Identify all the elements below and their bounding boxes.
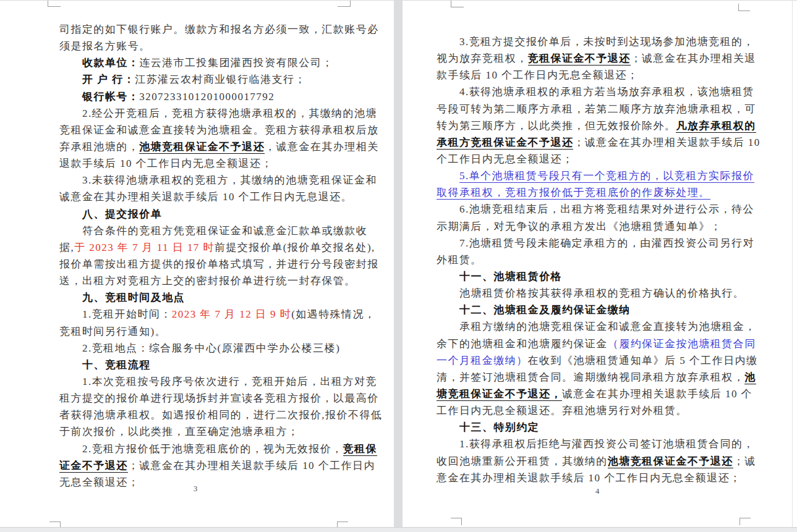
text-run: 个工作日内无息全额退还；: [437, 153, 573, 165]
text-run: 池: [744, 371, 756, 384]
text-run: 开 户 行：: [82, 74, 135, 85]
text-line: 须是报名方账号。: [59, 38, 379, 54]
text-line: 款手续后 10 个工作日内无息全额退还；: [437, 67, 751, 83]
text-run: 在收到《池塘租赁通知单》后 5 个工作日内缴: [528, 355, 758, 366]
text-run: 3.未获得池塘承租权的竞租方，其缴纳的池塘竞租保证金和: [82, 174, 377, 186]
text-run: 取得承租权，竞租方报价低于竞租底价的作废标处理。: [437, 187, 710, 200]
text-line: 十二、池塘租金及履约保证金缴纳: [437, 302, 751, 318]
text-run: 于 2023 年 7 月 11 日 17 时: [74, 242, 215, 253]
text-line: 7.池塘租赁号段未能确定承租方的，由灌西投资公司另行对: [437, 235, 751, 251]
text-run: 2.竞租地点：综合服务中心(原灌西中学办公楼三楼): [82, 342, 340, 354]
text-line: 示期满后，对无争议的承租方发出《池塘租赁通知单》；: [437, 218, 751, 235]
text-run: 承租方竞租保证金不予退还: [437, 137, 573, 150]
text-line: 租方提交的报价单进行现场拆封并宣读各竞租方报价，以最高价: [59, 390, 379, 407]
text-run: 无息全额退还；: [59, 476, 139, 488]
text-run: 2023 年 7 月 12 日 9 时: [172, 308, 291, 320]
text-run: 示期满后，对无争议的承租方发出《池塘租赁通知单》；: [437, 221, 722, 232]
text-line: 余下的池塘租金和池塘履约保证金（履约保证金按池塘租赁合同: [437, 336, 751, 352]
text-line: 1.竞租开始时间：2023 年 7 月 12 日 9 时(如遇特殊情况，: [59, 306, 379, 323]
text-line: 2.竞租方报价低于池塘竞租底价的，视为无效报价，竞租保: [59, 441, 379, 457]
text-line: 承租方缴纳的池塘竞租保证金和诚意金直接转为池塘租金，: [437, 318, 751, 335]
text-run: 十一、池塘租赁价格: [459, 271, 562, 282]
text-line: 弃承租池塘的，池塘竞租保证金不予退还，诚意金在其办理相关: [59, 138, 379, 155]
text-run: ；诚意金在其办理相关退: [631, 53, 756, 64]
text-run: 租方提交的报价单进行现场拆封并宣读各竞租方报价，以最高价: [59, 392, 379, 404]
text-line: 十三、特别约定: [437, 419, 751, 436]
text-run: 据,: [59, 242, 74, 253]
page-4[interactable]: 3.竞租方提交报价单后，未按时到达现场参加池塘竞租的，视为放弃竞租权，竞租保证金…: [403, 1, 797, 527]
text-run: ，诚意金在其办理相关: [265, 141, 379, 153]
text-line: 报价单需按出租方提供的报价单格式填写，并进行分号段密封报: [59, 256, 379, 272]
text-line: 2.竞租地点：综合服务中心(原灌西中学办公楼三楼): [59, 340, 379, 357]
text-run: 承租方缴纳的池塘竞租保证金和诚意金直接转为池塘租金，: [459, 321, 756, 332]
text-line: 外租赁。: [437, 251, 751, 268]
text-line: 视为放弃竞租权，竞租保证金不予退还；诚意金在其办理相关退: [437, 50, 751, 67]
text-run: 3207233101201000017792: [139, 91, 275, 103]
text-run: 诚意金在其办理相关退款手续后 10 个工作日内无息退还。: [59, 191, 352, 203]
crop-mark: [739, 518, 751, 525]
text-run: 送，出租方对竞租方上交的密封报价单进行统一封存保管。: [59, 275, 356, 287]
text-run: 清，并签订池塘租赁合同。逾期缴纳视同承租方放弃承租权，: [437, 371, 744, 383]
text-run: 6.池塘竞租结束后，出租方将竞租结果对外进行公示，待公: [459, 203, 754, 215]
text-line: 转为第三顺序方，以此类推，但无效报价除外。凡放弃承租权的: [437, 117, 751, 134]
text-run: 2.经公开竞租后，竞租方获得池塘承租权的，其缴纳的池塘: [82, 108, 377, 119]
text-line: 者获得池塘承租权。如遇报价相同的，进行二次报价,报价不得低: [59, 407, 379, 423]
text-line: 池塘租赁价格按其获得承租权的竞租方确认的价格执行。: [437, 285, 751, 302]
text-run: 池塘租赁价格按其获得承租权的竞租方确认的价格执行。: [459, 287, 744, 299]
text-line: 5.单个池塘租赁号段只有一个竞租方的，以竞租方实际报价: [437, 167, 751, 184]
text-line: 竞租保证金和诚意金直接转为池塘租金。竞租方获得承租权后放: [59, 122, 379, 138]
text-run: 八、提交报价单: [82, 208, 162, 220]
text-run: 收回池塘重新公开租赁，其缴纳的: [437, 455, 608, 467]
text-run: 十二、池塘租金及履约保证金缴纳: [459, 304, 631, 316]
text-run: 1.竞租开始时间：: [82, 308, 172, 320]
text-run: ；诚意金在其办理相关退款手续后 10: [573, 137, 760, 148]
text-line: 承租方竞租保证金不予退还；诚意金在其办理相关退款手续后 10: [437, 134, 751, 151]
text-line: 4.获得池塘承租权的承租方若当场放弃承租权，该池塘租赁: [437, 83, 751, 100]
text-line: 清，并签订池塘租赁合同。逾期缴纳视同承租方放弃承租权，池: [437, 369, 751, 386]
text-run: ；诚: [733, 455, 756, 467]
text-line: 无息全额退还；: [59, 474, 379, 491]
page-3[interactable]: 司指定的如下银行账户。缴款方和报名方必须一致，汇款账号必须是报名方账号。收款单位…: [0, 1, 394, 527]
text-line: 退款手续后 10 个工作日内无息全额退还；: [59, 155, 379, 172]
text-run: 须是报名方账号。: [59, 40, 151, 52]
crop-mark: [48, 1, 61, 7]
crop-mark: [738, 4, 750, 11]
text-run: 竞租保证金和诚意金直接转为池塘租金。竞租方获得承租权后放: [59, 124, 379, 136]
text-run: 江苏灌云农村商业银行临港支行；: [135, 74, 306, 85]
text-run: 于前次报价，以此类推，直至确定池塘承租方；: [59, 426, 299, 437]
text-run: 一个月租金缴纳）: [437, 355, 528, 366]
crop-mark: [451, 1, 464, 7]
text-run: 1.本次竞租按号段序号依次进行，竞租开始后，出租方对竞: [82, 376, 377, 387]
page-4-text[interactable]: 3.竞租方提交报价单后，未按时到达现场参加池塘竞租的，视为放弃竞租权，竞租保证金…: [437, 33, 751, 486]
text-run: 竞租保: [343, 443, 377, 456]
text-line: 收回池塘重新公开租赁，其缴纳的池塘竞租保证金不予退还；诚: [437, 453, 751, 470]
text-line: 竞租时间另行通知)。: [59, 323, 379, 340]
text-run: ；诚意金在其办理相关退款手续后 10 个工作日内: [128, 460, 375, 471]
text-line: 证金不予退还；诚意金在其办理相关退款手续后 10 个工作日内: [59, 457, 379, 474]
text-run: （履约保证金按池塘租赁合同: [608, 338, 756, 350]
text-run: 诚意金在其办理相关退款手续后 10 个: [562, 388, 752, 400]
text-run: 银行帐号：: [82, 91, 139, 103]
text-run: 报价单需按出租方提供的报价单格式填写，并进行分号段密封报: [59, 258, 379, 270]
text-run: 4.获得池塘承租权的承租方若当场放弃承租权，该池塘租赁: [459, 86, 754, 98]
text-run: 外租赁。: [437, 254, 482, 266]
text-line: 据,于 2023 年 7 月 11 日 17 时前提交报价单(报价单交报名处),: [59, 239, 379, 256]
text-run: 九、竞租时间及地点: [82, 292, 185, 303]
text-run: 竞租时间另行通知)。: [59, 326, 166, 337]
text-run: 收款单位：: [82, 57, 139, 69]
text-run: 证金不予退还: [59, 460, 128, 473]
text-run: 司指定的如下银行账户。缴款方和报名方必须一致，汇款账号必: [59, 23, 379, 35]
page-number: 3: [194, 484, 197, 494]
text-line: 符合条件的竞租方凭竞租保证金和诚意金汇款单或缴款收: [59, 222, 379, 239]
crop-mark: [451, 518, 462, 525]
text-line: 司指定的如下银行账户。缴款方和报名方必须一致，汇款账号必: [59, 21, 379, 38]
text-line: 1.获得承租权后拒绝与灌西投资公司签订池塘租赁合同的，: [437, 436, 751, 452]
text-run: (如遇特殊情况，: [291, 308, 375, 320]
text-line: 九、竞租时间及地点: [59, 289, 379, 306]
text-line: 个工作日内无息全额退还；: [437, 151, 751, 167]
text-line: 1.本次竞租按号段序号依次进行，竞租开始后，出租方对竞: [59, 373, 379, 390]
page-3-text[interactable]: 司指定的如下银行账户。缴款方和报名方必须一致，汇款账号必须是报名方账号。收款单位…: [59, 21, 379, 491]
text-run: 十、竞租流程: [82, 359, 151, 371]
text-line: 号段可转为第二顺序方承租，若第二顺序方放弃池塘承租权，可: [437, 101, 751, 117]
text-run: 符合条件的竞租方凭竞租保证金和诚意金汇款单或缴款收: [82, 225, 367, 237]
